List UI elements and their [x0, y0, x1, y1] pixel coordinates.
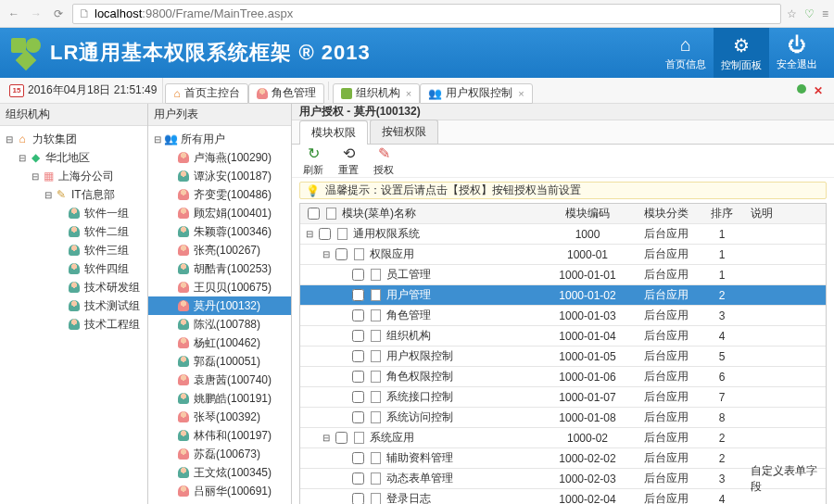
user-node[interactable]: 朱颖蓉(100346)	[148, 222, 291, 241]
user-node[interactable]: 林伟和(100197)	[148, 426, 291, 445]
user-node[interactable]: 顾宏娟(100401)	[148, 204, 291, 222]
user-node[interactable]: ⊟👥所有用户	[148, 130, 291, 148]
url-bar[interactable]: 🗋 localhost:9800/Frame/MainTree.aspx	[72, 4, 781, 24]
checkbox[interactable]	[352, 309, 364, 321]
org-node[interactable]: 软件三组	[0, 241, 147, 259]
reload-button[interactable]: ⟳	[50, 6, 67, 22]
close-all-icon[interactable]: ✕	[814, 84, 823, 97]
org-node[interactable]: 软件四组	[0, 259, 147, 278]
grid-row[interactable]: ⊟系统应用1000-02后台应用2	[300, 428, 826, 448]
toolbar-刷新[interactable]: ↻刷新	[303, 145, 323, 177]
checkbox[interactable]	[335, 248, 348, 260]
user-node[interactable]: 莫丹(100132)	[148, 296, 291, 315]
user-node[interactable]: 苏磊(100673)	[148, 445, 291, 463]
home-icon: ⌂	[680, 34, 691, 56]
sub-tab-0[interactable]: 模块权限	[299, 120, 368, 145]
checkbox[interactable]	[352, 493, 364, 504]
grid-row[interactable]: 动态表单管理1000-02-03后台应用3自定义表单字段	[300, 469, 826, 489]
grid-row[interactable]: 组织机构1000-01-04后台应用4	[300, 326, 826, 346]
user-node[interactable]: 袁唐茜(100740)	[148, 371, 291, 389]
header-btn-power[interactable]: ⏻安全退出	[769, 28, 825, 78]
tree-toggle-icon[interactable]: ⊟	[321, 249, 332, 259]
grid-row[interactable]: 角色权限控制1000-01-06后台应用6	[300, 367, 826, 387]
forward-button[interactable]: →	[28, 6, 44, 22]
close-icon[interactable]: ×	[406, 88, 411, 99]
grid-row[interactable]: 角色管理1000-01-03后台应用3	[300, 306, 826, 326]
checkbox[interactable]	[352, 371, 364, 383]
checkbox[interactable]	[308, 208, 320, 220]
grid-row[interactable]: 系统访问控制1000-01-08后台应用8	[300, 408, 826, 428]
tab-2[interactable]: 组织机构×	[333, 83, 420, 104]
user-node[interactable]: 郭磊(100051)	[148, 352, 291, 371]
grid-row[interactable]: 员工管理1000-01-01后台应用1	[300, 265, 826, 285]
org-node[interactable]: 软件一组	[0, 204, 147, 222]
checkbox[interactable]	[319, 228, 331, 240]
tree-toggle-icon[interactable]: ⊟	[152, 134, 163, 145]
checkbox[interactable]	[352, 391, 364, 403]
checkbox[interactable]	[352, 269, 364, 281]
checkbox[interactable]	[352, 472, 364, 485]
user-node[interactable]: 杨虹(100462)	[148, 334, 291, 352]
header-btn-gear[interactable]: ⚙控制面板	[714, 28, 769, 78]
user-node[interactable]: 胡酷青(100253)	[148, 259, 291, 278]
star-icon[interactable]: ☆	[787, 7, 797, 20]
tree-toggle-icon[interactable]: ⊟	[17, 153, 28, 163]
checkbox[interactable]	[352, 350, 364, 362]
module-icon	[351, 431, 366, 446]
tab-bar: 15 2016年04月18日 21:51:49 ⌂首页主控台角色管理组织机构×👥…	[0, 78, 834, 104]
user-node[interactable]: 吕丽华(100691)	[148, 482, 291, 500]
checkbox[interactable]	[352, 411, 364, 423]
org-node[interactable]: 技术研发组	[0, 278, 147, 296]
menu-icon[interactable]: ≡	[822, 7, 828, 20]
user-node[interactable]: 陈泓(100788)	[148, 315, 291, 334]
tab-1[interactable]: 角色管理	[248, 83, 324, 104]
checkbox[interactable]	[335, 432, 348, 444]
grid-row[interactable]: ⊟通用权限系统1000后台应用1	[300, 224, 826, 245]
user-node[interactable]: 卢海燕(100290)	[148, 148, 291, 167]
back-button[interactable]: ←	[6, 6, 22, 22]
tree-toggle-icon[interactable]: ⊟	[4, 134, 15, 145]
org-node[interactable]: ⊟⌂力软集团	[0, 130, 147, 148]
checkbox[interactable]	[352, 330, 364, 342]
user-node[interactable]: 张琴(100392)	[148, 408, 291, 426]
user-node[interactable]: 张亮(100267)	[148, 241, 291, 259]
shield-icon[interactable]: ♡	[804, 7, 815, 20]
tree-icon	[67, 280, 82, 295]
close-icon[interactable]: ×	[518, 88, 524, 99]
user-icon	[176, 335, 191, 350]
user-node[interactable]: 谭泳安(100187)	[148, 167, 291, 185]
grid-row[interactable]: 系统接口控制1000-01-07后台应用7	[300, 387, 826, 408]
user-icon	[176, 354, 191, 369]
grid-row[interactable]: 用户管理1000-01-02后台应用2	[300, 285, 826, 306]
org-node[interactable]: 技术测试组	[0, 296, 147, 315]
org-node[interactable]: 软件二组	[0, 222, 147, 241]
user-icon	[176, 280, 191, 295]
user-icon	[176, 372, 191, 387]
checkbox[interactable]	[352, 452, 364, 464]
module-icon	[368, 268, 383, 283]
grid-row[interactable]: 用户权限控制1000-01-05后台应用5	[300, 346, 826, 367]
user-icon	[176, 317, 191, 332]
checkbox[interactable]	[352, 289, 364, 301]
org-node[interactable]: ⊟▦上海分公司	[0, 167, 147, 185]
org-node[interactable]: ⊟✎IT信息部	[0, 185, 147, 204]
status-icon[interactable]	[797, 84, 806, 94]
tab-3[interactable]: 👥用户权限控制×	[420, 83, 532, 104]
tab-0[interactable]: ⌂首页主控台	[165, 83, 247, 104]
datetime: 15 2016年04月18日 21:51:49	[4, 78, 163, 103]
org-node[interactable]: ⊟◆华北地区	[0, 148, 147, 167]
user-node[interactable]: 王文炫(100345)	[148, 463, 291, 482]
user-node[interactable]: 姚鹏皓(100191)	[148, 389, 291, 408]
toolbar-重置[interactable]: ⟲重置	[338, 145, 359, 177]
sub-tab-1[interactable]: 按钮权限	[370, 120, 438, 144]
org-node[interactable]: 技术工程组	[0, 315, 147, 334]
toolbar-授权[interactable]: ✎授权	[373, 145, 394, 177]
tree-toggle-icon[interactable]: ⊟	[43, 190, 54, 200]
user-node[interactable]: 齐变雯(100486)	[148, 185, 291, 204]
tree-toggle-icon[interactable]: ⊟	[321, 433, 332, 443]
header-btn-home[interactable]: ⌂首页信息	[658, 28, 714, 78]
tree-toggle-icon[interactable]: ⊟	[304, 229, 315, 239]
user-node[interactable]: 王贝贝(100675)	[148, 278, 291, 296]
tree-toggle-icon[interactable]: ⊟	[30, 171, 41, 182]
grid-row[interactable]: ⊟权限应用1000-01后台应用1	[300, 245, 826, 265]
